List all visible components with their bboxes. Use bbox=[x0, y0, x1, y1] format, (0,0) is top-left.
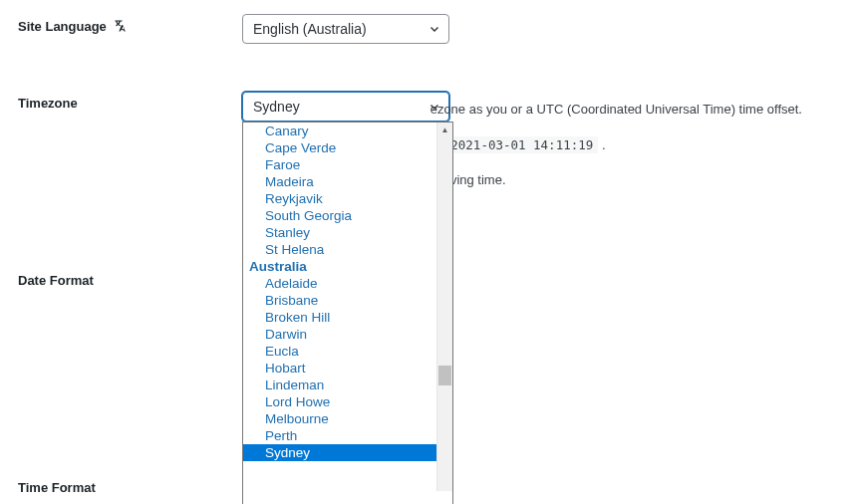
timezone-dropdown-scroll: ▲ CanaryCape VerdeFaroeMadeiraReykjavikS… bbox=[243, 123, 452, 504]
timezone-option[interactable]: Brisbane bbox=[243, 292, 436, 309]
timezone-option[interactable]: Sydney bbox=[243, 444, 436, 461]
timezone-option[interactable]: Cape Verde bbox=[243, 139, 436, 156]
site-language-row: Site Language English (Australia) bbox=[18, 14, 838, 44]
date-format-label: Date Format bbox=[18, 269, 242, 288]
translate-icon bbox=[113, 18, 129, 34]
date-format-row: Date Format bbox=[18, 269, 242, 288]
time-format-row: Time Format bbox=[18, 476, 242, 495]
scrollbar-thumb[interactable] bbox=[438, 366, 451, 385]
timezone-option[interactable]: Stanley bbox=[243, 224, 436, 241]
timezone-option[interactable]: Broken Hill bbox=[243, 309, 436, 326]
timezone-dropdown[interactable]: ▲ CanaryCape VerdeFaroeMadeiraReykjavikS… bbox=[242, 122, 453, 504]
site-language-label: Site Language bbox=[18, 14, 242, 34]
timezone-option[interactable]: St Helena bbox=[243, 241, 436, 258]
local-time-value: 2021-03-01 14:11:19 bbox=[445, 136, 598, 153]
date-format-label-text: Date Format bbox=[18, 273, 94, 288]
scroll-up-icon[interactable]: ▲ bbox=[437, 123, 452, 136]
timezone-option[interactable]: Lord Howe bbox=[243, 393, 436, 410]
timezone-option[interactable]: Canary bbox=[243, 123, 436, 139]
site-language-label-text: Site Language bbox=[18, 19, 107, 34]
timezone-option[interactable]: Melbourne bbox=[243, 410, 436, 427]
timezone-option[interactable]: Perth bbox=[243, 427, 436, 444]
site-language-select[interactable]: English (Australia) bbox=[242, 14, 449, 44]
timezone-optgroup-label: Australia bbox=[243, 258, 436, 275]
timezone-option[interactable]: Adelaide bbox=[243, 275, 436, 292]
site-language-select-wrap: English (Australia) bbox=[242, 14, 449, 44]
timezone-option[interactable]: Darwin bbox=[243, 326, 436, 343]
timezone-option[interactable]: Lindeman bbox=[243, 377, 436, 393]
timezone-option[interactable]: Madeira bbox=[243, 173, 436, 190]
timezone-option[interactable]: Faroe bbox=[243, 156, 436, 173]
scrollbar-track[interactable]: ▲ bbox=[436, 123, 452, 491]
time-format-label-text: Time Format bbox=[18, 480, 96, 495]
timezone-label-text: Timezone bbox=[18, 96, 78, 111]
time-format-label: Time Format bbox=[18, 476, 242, 495]
timezone-desc-text: ezone as you or a UTC (Coordinated Unive… bbox=[430, 102, 802, 117]
period: . bbox=[602, 137, 606, 152]
timezone-option[interactable]: Hobart bbox=[243, 360, 436, 377]
timezone-option[interactable]: Eucla bbox=[243, 343, 436, 360]
timezone-option[interactable]: Reykjavik bbox=[243, 190, 436, 207]
timezone-option[interactable]: South Georgia bbox=[243, 207, 436, 224]
timezone-label: Timezone bbox=[18, 92, 242, 111]
